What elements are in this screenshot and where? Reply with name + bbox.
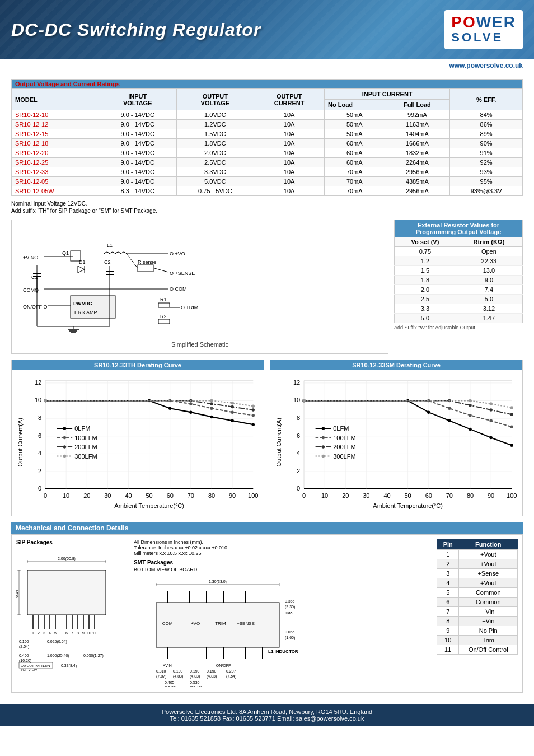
svg-point-160	[510, 444, 514, 447]
svg-text:80: 80	[208, 492, 215, 499]
svg-point-158	[469, 428, 472, 431]
table-cell: 9.0 - 14VDC	[99, 139, 176, 148]
svg-point-177	[322, 427, 325, 430]
svg-text:20: 20	[83, 492, 90, 499]
logo-power: POWER	[451, 15, 516, 30]
ext-rtrim-2: 22.33	[456, 256, 523, 266]
ext-vo-6: 2.5	[395, 295, 456, 304]
svg-text:6: 6	[297, 432, 300, 439]
svg-text:3: 3	[43, 631, 45, 635]
svg-point-103	[252, 404, 255, 408]
table-row: SR10-12-059.0 - 14VDC5.0VDC10A70mA4385mA…	[12, 177, 523, 186]
svg-text:1: 1	[32, 631, 34, 635]
svg-point-164	[469, 414, 472, 417]
svg-text:2: 2	[38, 631, 40, 635]
table-cell: SR10-12-25	[12, 158, 99, 167]
svg-text:(4.83): (4.83)	[207, 674, 217, 679]
svg-text:300LFM: 300LFM	[74, 453, 97, 460]
col-no-load: No Load	[325, 100, 385, 110]
output-table-body: SR10-12-109.0 - 14VDC1.0VDC10A50mA992mA8…	[12, 110, 523, 196]
table-cell: 1.2VDC	[176, 120, 254, 129]
table-cell: 1666mA	[385, 139, 450, 148]
table-cell: 5.0VDC	[176, 177, 254, 186]
pin-cell: Common	[459, 587, 518, 597]
svg-point-101	[210, 399, 213, 403]
table-cell: SR10-12-05	[12, 177, 99, 186]
svg-text:TRIM: TRIM	[215, 621, 226, 626]
function-col-header: Function	[459, 539, 518, 550]
svg-text:60: 60	[425, 492, 432, 499]
svg-point-93	[231, 410, 234, 414]
svg-point-175	[510, 406, 514, 409]
svg-text:0.366: 0.366	[285, 599, 295, 603]
pin-cell: 8	[437, 616, 459, 626]
ext-rtrim-1: Open	[456, 247, 523, 256]
svg-text:0.400: 0.400	[19, 654, 29, 657]
pin-row: 9No Pin	[437, 626, 518, 635]
svg-text:90: 90	[488, 492, 494, 499]
svg-point-180	[322, 436, 325, 440]
mechanical-content: SIP Packages 1 2 3 4	[11, 534, 523, 693]
pin-cell: +Vout	[459, 559, 518, 568]
pin-function-table: Pin Function 1+Vout2+Vout3+Sense4+Vout5C…	[437, 539, 518, 655]
col-output-current: OUTPUTCURRENT	[254, 89, 325, 110]
pin-row: 7+Vin	[437, 606, 518, 616]
svg-text:1.30(33.0): 1.30(33.0)	[209, 580, 227, 584]
svg-text:10: 10	[321, 492, 328, 499]
svg-text:+VO: +VO	[191, 621, 200, 626]
svg-text:12: 12	[293, 379, 300, 386]
pin-cell: Trim	[459, 635, 518, 645]
dim-note-3: Millimeters x.x ±0.5 x.xx ±0.25	[134, 550, 201, 556]
table-cell: 70mA	[325, 167, 385, 177]
page-title: DC-DC Switching Regulator	[11, 20, 261, 40]
svg-point-171	[510, 413, 514, 417]
ext-col1: Vo set (V)	[395, 237, 456, 247]
table-cell: 9.0 - 14VDC	[99, 129, 176, 139]
table-cell: 2956mA	[385, 167, 450, 177]
svg-text:ON/OFF: ON/OFF	[216, 664, 231, 668]
svg-text:TOP VIEW: TOP VIEW	[21, 668, 37, 671]
svg-text:O TRIM: O TRIM	[181, 305, 198, 310]
svg-text:5: 5	[54, 631, 57, 635]
sip-packages-area: SIP Packages 1 2 3 4	[16, 539, 128, 688]
pin-cell: 7	[437, 606, 459, 616]
pin-cell: +Vout	[459, 578, 518, 587]
table-cell: 93%@3.3V	[450, 186, 523, 196]
svg-text:8: 8	[38, 414, 41, 421]
ext-vo-1: 0.75	[395, 247, 456, 256]
dim-note: All Dimensions in Inches (mm). Tolerance…	[134, 539, 431, 556]
table-cell: 0.75 - 5VDC	[176, 186, 254, 196]
table-cell: 50mA	[325, 129, 385, 139]
svg-text:20: 20	[342, 492, 349, 499]
sm-chart-svg: 0 2 4 6 8 10 12 0 10 20 30	[273, 373, 519, 512]
svg-text:0LFM: 0LFM	[74, 425, 90, 432]
svg-rect-32	[158, 319, 170, 324]
svg-text:200LFM: 200LFM	[74, 444, 97, 450]
svg-point-108	[63, 436, 67, 440]
pin-cell: 2	[437, 559, 459, 568]
svg-point-186	[322, 455, 325, 458]
svg-point-157	[448, 419, 451, 423]
svg-text:6: 6	[65, 631, 68, 635]
pin-cell: No Pin	[459, 626, 518, 635]
table-row: SR10-12-189.0 - 14VDC1.8VDC10A60mA1666mA…	[12, 139, 523, 148]
table-cell: 10A	[254, 110, 325, 120]
svg-point-170	[489, 408, 493, 412]
svg-point-92	[210, 407, 213, 410]
svg-text:Q1: Q1	[62, 250, 69, 256]
table-cell: 60mA	[325, 148, 385, 158]
svg-point-98	[231, 405, 234, 409]
svg-text:COMO: COMO	[23, 287, 39, 293]
svg-text:0: 0	[38, 485, 41, 492]
dim-note-1: All Dimensions in Inches (mm).	[134, 539, 203, 545]
svg-text:R1: R1	[160, 297, 167, 302]
svg-text:0.050(1.27): 0.050(1.27)	[83, 654, 104, 658]
pin-row: 4+Vout	[437, 578, 518, 587]
output-table: Output Voltage and Current Ratings MODEL…	[11, 79, 523, 196]
table-cell: 60mA	[325, 139, 385, 148]
ext-vo-2: 1.2	[395, 256, 456, 266]
note-2: Add suffix "TH" for SIP Package or "SM" …	[11, 208, 523, 214]
pin-cell: +Vin	[459, 616, 518, 626]
ext-resistor-area: External Resistor Values forProgramming …	[394, 220, 523, 354]
svg-text:+SENSE: +SENSE	[237, 621, 255, 626]
